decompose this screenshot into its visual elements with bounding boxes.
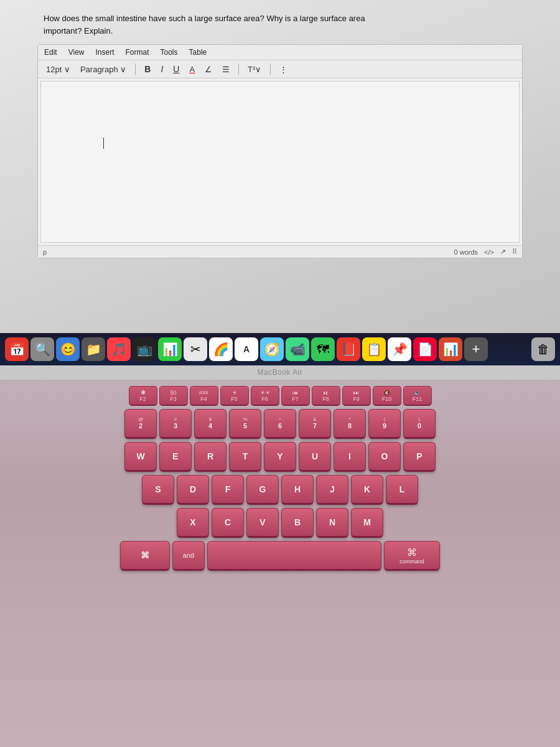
dock-finder[interactable]: 😊 xyxy=(56,337,80,361)
key-star-8[interactable]: * 8 xyxy=(334,409,366,439)
menu-table[interactable]: Table xyxy=(189,48,207,57)
key-e[interactable]: E xyxy=(159,442,192,472)
font-size-select[interactable]: 12pt ∨ xyxy=(43,63,73,75)
document-area[interactable] xyxy=(40,81,520,243)
key-b[interactable]: B xyxy=(281,508,314,538)
key-at-2[interactable]: @ 2 xyxy=(124,409,157,439)
key-f11[interactable]: 🔉 F11 xyxy=(403,386,432,406)
key-w[interactable]: W xyxy=(124,442,157,472)
key-u[interactable]: U xyxy=(299,442,331,472)
key-percent-5[interactable]: % 5 xyxy=(229,409,261,439)
code-view-button[interactable]: </> xyxy=(484,248,494,256)
key-m[interactable]: M xyxy=(351,508,383,538)
key-cmd-symbol-left[interactable]: ⌘ xyxy=(120,541,170,571)
menu-view[interactable]: View xyxy=(68,48,85,57)
key-n[interactable]: N xyxy=(316,508,348,538)
menu-edit[interactable]: Edit xyxy=(44,48,57,57)
dock-notes[interactable]: 📋 xyxy=(362,337,386,361)
key-l-label: L xyxy=(399,484,405,494)
dock-trash[interactable]: 🗑 xyxy=(531,337,555,361)
dock-reminders[interactable]: 📌 xyxy=(388,337,411,361)
dock-files[interactable]: 📁 xyxy=(82,337,105,361)
key-f9[interactable]: ⏭ F9 xyxy=(342,386,371,406)
key-f7[interactable]: ⏮ F7 xyxy=(281,386,310,406)
expand-button[interactable]: ↗ xyxy=(500,248,506,256)
key-amp-7[interactable]: & 7 xyxy=(299,409,331,439)
dock-facetime[interactable]: 📹 xyxy=(286,337,309,361)
key-h[interactable]: H xyxy=(281,475,314,505)
key-y[interactable]: Y xyxy=(264,442,296,472)
key-f6-icon: ☀☀ xyxy=(260,390,270,396)
key-f6-label: F6 xyxy=(261,396,268,402)
menu-format[interactable]: Format xyxy=(126,48,149,57)
key-p[interactable]: P xyxy=(403,442,436,472)
key-h-label: H xyxy=(294,484,301,494)
key-f4-label: F4 xyxy=(200,396,207,402)
dock-spotlight[interactable]: 🔍 xyxy=(30,337,54,361)
key-f10[interactable]: 🔇 F10 xyxy=(373,386,401,406)
key-s[interactable]: S xyxy=(142,475,174,505)
key-f3[interactable]: §0 F3 xyxy=(159,386,188,406)
key-i[interactable]: I xyxy=(334,442,366,472)
dock-books[interactable]: 📕 xyxy=(337,337,360,361)
key-k[interactable]: K xyxy=(351,475,383,505)
key-m-label: M xyxy=(363,517,371,527)
superscript-button[interactable]: T²∨ xyxy=(245,63,264,75)
key-l[interactable]: L xyxy=(386,475,418,505)
key-c[interactable]: C xyxy=(212,508,244,538)
line-spacing-button[interactable]: ☰ xyxy=(219,63,233,75)
screen-area: How does the small intestine have such a… xyxy=(0,0,560,349)
key-lparen-9[interactable]: ( 9 xyxy=(368,409,401,439)
font-color-button[interactable]: A xyxy=(186,63,198,75)
dock-music[interactable]: 🎵 xyxy=(107,337,131,361)
paragraph-select[interactable]: Paragraph ∨ xyxy=(77,63,129,75)
dock-powerpoint[interactable]: 📊 xyxy=(439,337,462,361)
indent-button[interactable]: ∠ xyxy=(202,63,215,75)
dock-photos[interactable]: 🌈 xyxy=(209,337,233,361)
key-o[interactable]: O xyxy=(368,442,401,472)
more-button[interactable]: ⋮ xyxy=(276,63,291,75)
key-f5[interactable]: ☀ F5 xyxy=(220,386,249,406)
key-0: 0 xyxy=(418,423,421,430)
dock-acrobat[interactable]: 📄 xyxy=(413,337,437,361)
key-f6[interactable]: ☀☀ F6 xyxy=(251,386,279,406)
dock-calendar[interactable]: 📅 xyxy=(5,337,29,361)
key-v[interactable]: V xyxy=(246,508,279,538)
key-r[interactable]: R xyxy=(194,442,226,472)
key-hash-3[interactable]: # 3 xyxy=(159,409,192,439)
key-f8[interactable]: ⏯ F8 xyxy=(312,386,340,406)
key-t[interactable]: T xyxy=(229,442,261,472)
key-f2[interactable]: ✱ F2 xyxy=(129,386,157,406)
toolbar: 12pt ∨ Paragraph ∨ B I U A ∠ ☰ T²∨ ⋮ xyxy=(38,60,522,78)
key-and-left[interactable]: and xyxy=(172,541,205,571)
key-d[interactable]: D xyxy=(177,475,209,505)
dock-maps[interactable]: 🗺 xyxy=(311,337,335,361)
dock-safari[interactable]: 🧭 xyxy=(260,337,284,361)
key-f[interactable]: F xyxy=(212,475,244,505)
key-space[interactable] xyxy=(207,541,381,571)
key-j[interactable]: J xyxy=(316,475,348,505)
key-g[interactable]: G xyxy=(246,475,279,505)
key-dollar-4[interactable]: $ 4 xyxy=(194,409,226,439)
dock-plus[interactable]: + xyxy=(464,337,488,361)
dock-scissors[interactable]: ✂ xyxy=(184,337,207,361)
key-f4[interactable]: ### F4 xyxy=(190,386,218,406)
key-lparen-symbol: ( xyxy=(384,417,386,422)
menu-insert[interactable]: Insert xyxy=(95,48,114,57)
dock-appletv[interactable]: 📺 xyxy=(133,337,156,361)
key-9: 9 xyxy=(383,423,386,430)
key-f-label: F xyxy=(225,484,231,494)
question-text: How does the small intestine have such a… xyxy=(44,12,365,37)
key-rparen-0[interactable]: ) 0 xyxy=(403,409,436,439)
bold-button[interactable]: B xyxy=(141,63,154,75)
menu-tools[interactable]: Tools xyxy=(161,48,178,57)
key-caret-6[interactable]: ^ 6 xyxy=(264,409,296,439)
key-cmd-right[interactable]: ⌘ command xyxy=(384,541,440,571)
grid-button[interactable]: ⠿ xyxy=(512,248,517,256)
underline-button[interactable]: U xyxy=(170,63,182,75)
dock-font[interactable]: A xyxy=(235,337,258,361)
key-j-label: J xyxy=(330,484,335,494)
dock-numbers[interactable]: 📊 xyxy=(158,337,182,361)
key-x[interactable]: X xyxy=(177,508,209,538)
italic-button[interactable]: I xyxy=(157,63,166,75)
